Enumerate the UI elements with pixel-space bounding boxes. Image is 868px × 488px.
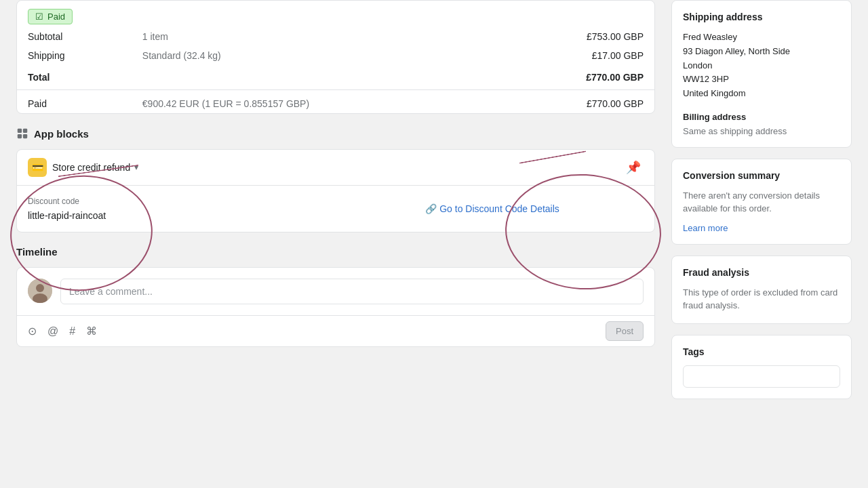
timeline-body: Leave a comment... [17, 268, 654, 315]
goto-discount-link[interactable]: 🔗 Go to Discount Code Details [425, 203, 559, 214]
billing-address-title: Billing address [683, 112, 840, 122]
link-icon-button[interactable]: ⌘ [86, 325, 97, 338]
attach-icon-button[interactable]: ⊙ [28, 325, 37, 338]
app-icon: 💳 [28, 158, 47, 177]
subtotal-desc: 1 item [132, 27, 500, 46]
shipping-address-card: Shipping address Fred Weasley 93 Diagon … [671, 0, 852, 148]
app-blocks-section-title: App blocks [16, 127, 655, 140]
app-block-title: Store credit refund ▾ [52, 162, 138, 173]
app-block-row: Discount code little-rapid-raincoat 🔗 Go… [28, 197, 644, 221]
app-blocks-icon [16, 127, 28, 140]
shipping-country: United Kingdom [683, 87, 840, 101]
app-block-header-left: 💳 Store credit refund ▾ [28, 158, 138, 177]
total-amount: £770.00 GBP [500, 65, 654, 90]
billing-same-text: Same as shipping address [683, 126, 840, 136]
shipping-address-title: Shipping address [683, 12, 840, 22]
svg-rect-1 [23, 129, 27, 133]
shipping-desc: Standard (32.4 kg) [132, 46, 500, 65]
svg-rect-3 [23, 134, 27, 138]
table-row: Subtotal 1 item £753.00 GBP [17, 27, 654, 46]
fraud-body: This type of order is excluded from card… [683, 286, 840, 312]
svg-rect-0 [18, 129, 22, 133]
timeline-card: Leave a comment... ⊙ @ # ⌘ Post [16, 267, 655, 347]
table-row: Paid €900.42 EUR (1 EUR = 0.855157 GBP) … [17, 90, 654, 114]
shipping-label: Shipping [17, 46, 132, 65]
timeline-actions: ⊙ @ # ⌘ [28, 325, 97, 338]
conversion-title: Conversion summary [683, 170, 840, 181]
discount-code-col: Discount code little-rapid-raincoat [28, 197, 330, 221]
app-block-header: 💳 Store credit refund ▾ 📌 [17, 150, 654, 186]
shipping-line1: 93 Diagon Alley, North Side [683, 45, 840, 59]
svg-rect-2 [18, 134, 22, 138]
discount-code-label: Discount code [28, 197, 330, 206]
mention-icon-button[interactable]: @ [47, 325, 58, 338]
link-icon: 🔗 [425, 203, 437, 214]
total-label: Total [17, 65, 132, 90]
app-block-card: 💳 Store credit refund ▾ 📌 Discount code … [16, 149, 655, 232]
order-summary-card: ☑ Paid Subtotal 1 item £753.00 GBP Shipp… [16, 0, 655, 114]
paid-amount: £770.00 GBP [500, 90, 654, 114]
shipping-name: Fred Weasley [683, 30, 840, 45]
shipping-address-body: Fred Weasley 93 Diagon Alley, North Side… [683, 30, 840, 101]
table-row: Shipping Standard (32.4 kg) £17.00 GBP [17, 46, 654, 65]
tags-title: Tags [683, 346, 840, 357]
comment-placeholder: Leave a comment... [69, 286, 153, 297]
paid-label: Paid [17, 90, 132, 114]
paid-desc: €900.42 EUR (1 EUR = 0.855157 GBP) [132, 90, 500, 114]
post-button[interactable]: Post [606, 321, 644, 341]
subtotal-amount: £753.00 GBP [500, 27, 654, 46]
subtotal-label: Subtotal [17, 27, 132, 46]
timeline-footer: ⊙ @ # ⌘ Post [17, 315, 654, 346]
table-row: Total £770.00 GBP [17, 65, 654, 90]
svg-point-5 [36, 284, 44, 292]
pin-button[interactable]: 📌 [623, 159, 644, 176]
shipping-postcode: WW12 3HP [683, 73, 840, 87]
sidebar: Shipping address Fred Weasley 93 Diagon … [671, 0, 868, 488]
app-blocks-title: App blocks [34, 128, 89, 140]
learn-more-link[interactable]: Learn more [683, 223, 728, 233]
chevron-down-icon[interactable]: ▾ [134, 163, 138, 172]
shipping-city: London [683, 59, 840, 73]
conversion-summary-card: Conversion summary There aren't any conv… [671, 159, 852, 245]
fraud-title: Fraud analysis [683, 267, 840, 278]
discount-code-value: little-rapid-raincoat [28, 210, 330, 221]
paid-badge-label: Paid [47, 12, 65, 22]
tags-input[interactable] [683, 365, 840, 388]
order-summary-table: Subtotal 1 item £753.00 GBP Shipping Sta… [17, 27, 654, 113]
comment-input[interactable]: Leave a comment... [60, 279, 644, 304]
total-desc [132, 65, 500, 90]
goto-discount-col: 🔗 Go to Discount Code Details [341, 197, 644, 221]
app-block-body: Discount code little-rapid-raincoat 🔗 Go… [17, 186, 654, 232]
avatar [28, 279, 52, 303]
timeline-section: Timeline Leave a comment... [16, 246, 655, 347]
shipping-amount: £17.00 GBP [500, 46, 654, 65]
paid-check-icon: ☑ [35, 12, 43, 22]
paid-badge: ☑ Paid [28, 9, 73, 24]
hashtag-icon-button[interactable]: # [69, 325, 75, 338]
timeline-section-title: Timeline [16, 246, 655, 258]
fraud-analysis-card: Fraud analysis This type of order is exc… [671, 256, 852, 324]
conversion-body: There aren't any conversion details avai… [683, 189, 840, 216]
tags-card: Tags [671, 335, 852, 399]
